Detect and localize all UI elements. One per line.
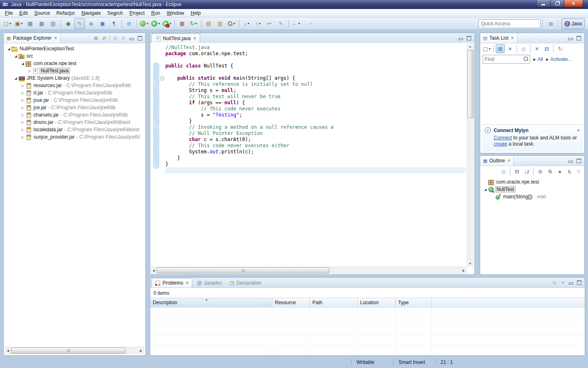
package-explorer-item-resources-jar[interactable]: ▷resources.jar- C:\Program Files\Java\jr… <box>4 82 145 89</box>
sort-button[interactable]: ↓z <box>522 167 531 176</box>
fold-collapse-icon[interactable] <box>160 76 165 81</box>
package-explorer-item-rt-jar[interactable]: ▷rt.jar- C:\Program Files\Java\jre6\lib <box>4 89 145 96</box>
new-java-project-button[interactable]: ▦ <box>177 18 187 29</box>
tab-declaration[interactable]: ◳Declaration <box>227 278 265 287</box>
package-explorer-item-localedata-jar[interactable]: ▷localedata.jar- C:\Program Files\Java\j… <box>4 126 145 133</box>
close-notification-icon[interactable]: ✕ <box>577 128 580 132</box>
tree-expanded-arrow-icon[interactable]: ◢ <box>483 188 488 191</box>
package-explorer-item-dnsns-jar[interactable]: ▷dnsns.jar- C:\Program Files\Java\jre6\l… <box>4 119 145 126</box>
package-explorer-item-sunjce-provider-jar[interactable]: ▷sunjce_provider.jar- C:\Program Files\J… <box>4 133 145 141</box>
view-menu-button[interactable]: ▽ <box>120 34 127 42</box>
column-header-description[interactable]: Description▲ <box>150 298 272 307</box>
tree-collapsed-arrow-icon[interactable]: ▷ <box>20 106 25 110</box>
scroll-left-icon[interactable]: ◀ <box>5 348 11 354</box>
create-link[interactable]: create <box>494 141 507 147</box>
code-line-13[interactable]: } <box>165 118 466 124</box>
package-explorer-item-src[interactable]: ◢src <box>4 52 145 60</box>
tree-collapsed-arrow-icon[interactable]: ▷ <box>20 84 25 88</box>
code-line-15[interactable]: // Null Pointer Exception <box>165 130 466 137</box>
package-explorer-item-nullpointerexceptiontest[interactable]: ◢NullPointerExceptionTest <box>4 45 145 52</box>
hide-non-public-button[interactable]: ● <box>555 167 564 176</box>
last-edit-location-button[interactable]: ↩ <box>264 18 275 29</box>
open-perspective-button[interactable]: ⊞ <box>546 18 556 29</box>
previous-annotation-button[interactable]: ↑▾ <box>253 18 263 29</box>
code-line-16[interactable]: char c = s.charAt(0); <box>165 137 466 143</box>
maximize-view-button[interactable] <box>575 279 583 286</box>
minimize-view-button[interactable] <box>567 157 574 164</box>
scheduled-view-button[interactable]: ≡ <box>506 44 514 53</box>
refresh-button[interactable]: ↻▾ <box>188 18 199 29</box>
tree-collapsed-arrow-icon[interactable]: ▷ <box>20 99 25 102</box>
forward-button[interactable]: →▾ <box>302 18 313 29</box>
tree-collapsed-arrow-icon[interactable]: ▷ <box>20 135 25 139</box>
code-line-19[interactable]: } <box>165 155 466 161</box>
open-type-button[interactable]: ▤ <box>203 18 214 29</box>
tree-expanded-arrow-icon[interactable]: ◢ <box>13 76 18 80</box>
hide-static-members-button[interactable]: S <box>546 167 555 176</box>
scrollbar-thumb[interactable] <box>157 267 329 274</box>
tree-expanded-arrow-icon[interactable]: ◢ <box>6 47 11 51</box>
view-menu-button[interactable]: ▽ <box>575 168 582 175</box>
code-line-12[interactable]: s = "Testing"; <box>165 112 466 118</box>
hide-local-types-button[interactable]: L <box>565 167 574 176</box>
close-view-icon[interactable]: ✕ <box>54 36 57 40</box>
scroll-right-icon[interactable]: ▶ <box>461 267 467 274</box>
code-line-8[interactable]: String s = null; <box>165 88 466 94</box>
minimize-view-button[interactable] <box>128 34 135 42</box>
connect-link[interactable]: Connect <box>494 135 512 141</box>
maximize-view-button[interactable] <box>575 157 582 164</box>
new-wizard-button[interactable]: ▢▾ <box>2 18 13 29</box>
outline-tab[interactable]: ▦ Outline ✕ <box>480 156 514 166</box>
tree-collapsed-arrow-icon[interactable]: ▷ <box>20 128 25 132</box>
scrollbar-thumb[interactable] <box>11 348 125 354</box>
package-explorer-item-nulltest-java[interactable]: ▷NullTest.java <box>4 67 145 74</box>
tree-collapsed-arrow-icon[interactable]: ▷ <box>27 69 32 73</box>
editor-tab-nulltest[interactable]: NullTest.java ✕ <box>151 34 200 43</box>
save-button[interactable]: ▦ <box>25 18 36 29</box>
tree-collapsed-arrow-icon[interactable]: ▷ <box>20 113 25 117</box>
skip-all-breakpoints-button[interactable]: ⊘ <box>124 18 134 29</box>
code-line-5[interactable] <box>165 69 466 75</box>
code-line-17[interactable]: // This code never executes either <box>165 143 466 149</box>
focus-button[interactable]: ◎ <box>111 34 119 42</box>
show-whitespace-button[interactable]: ¶ <box>109 18 119 29</box>
focus-button[interactable]: ◎ <box>551 279 558 286</box>
package-explorer-item-jce-jar[interactable]: ▷jce.jar- C:\Program Files\Java\jre6\lib <box>4 104 145 111</box>
menu-edit[interactable]: Edit <box>16 9 31 17</box>
maximize-view-button[interactable] <box>136 34 143 42</box>
synchronize-button[interactable]: ↻ <box>556 44 565 53</box>
external-tools-button[interactable]: ▶▾ <box>162 18 172 29</box>
menu-file[interactable]: File <box>2 9 16 17</box>
maximize-view-button[interactable] <box>575 34 582 42</box>
debug-button[interactable]: ▾ <box>139 18 149 29</box>
java-perspective-button[interactable]: J Java <box>561 18 585 29</box>
restore-button[interactable] <box>550 0 564 7</box>
scrollbar-thumb[interactable] <box>468 50 474 118</box>
menu-source[interactable]: Source <box>31 9 53 17</box>
quick-access-input[interactable] <box>479 19 541 28</box>
tree-collapsed-arrow-icon[interactable]: ▷ <box>20 121 25 124</box>
code-line-3[interactable] <box>165 57 466 63</box>
next-annotation-button[interactable]: ↓▾ <box>241 18 252 29</box>
code-line-21[interactable] <box>165 167 466 173</box>
code-line-11[interactable]: // This code never executes <box>165 106 466 112</box>
code-line-1[interactable]: //NullTest.java <box>165 45 466 51</box>
run-button[interactable]: ▶▾ <box>150 18 161 29</box>
tree-expanded-arrow-icon[interactable]: ◢ <box>13 54 18 58</box>
task-list-tab[interactable]: ▤ Task List ✕ <box>480 33 517 43</box>
scroll-right-icon[interactable]: ▶ <box>138 348 144 354</box>
tab-javadoc[interactable]: @Javadoc <box>194 278 225 287</box>
minimize-editor-button[interactable] <box>457 34 464 42</box>
annotation-ruler[interactable] <box>150 43 160 267</box>
code-line-18[interactable]: System.out.println(c); <box>165 149 466 155</box>
code-editor[interactable]: //NullTest.javapackage com.oracle.npe.te… <box>165 43 466 267</box>
close-button[interactable]: ✕ <box>564 0 583 7</box>
scope-all-link[interactable]: All <box>537 56 543 62</box>
close-tab-icon[interactable]: ✕ <box>186 281 189 285</box>
collapse-all-button[interactable]: ⊟ <box>542 44 551 53</box>
menu-project[interactable]: Project <box>126 9 148 17</box>
hide-fields-button[interactable]: ⊘ <box>536 167 545 176</box>
code-line-9[interactable]: // This test will never be true <box>165 94 466 100</box>
save-all-button[interactable]: ▩ <box>36 18 47 29</box>
code-line-4[interactable]: public class NullTest { <box>165 63 466 69</box>
